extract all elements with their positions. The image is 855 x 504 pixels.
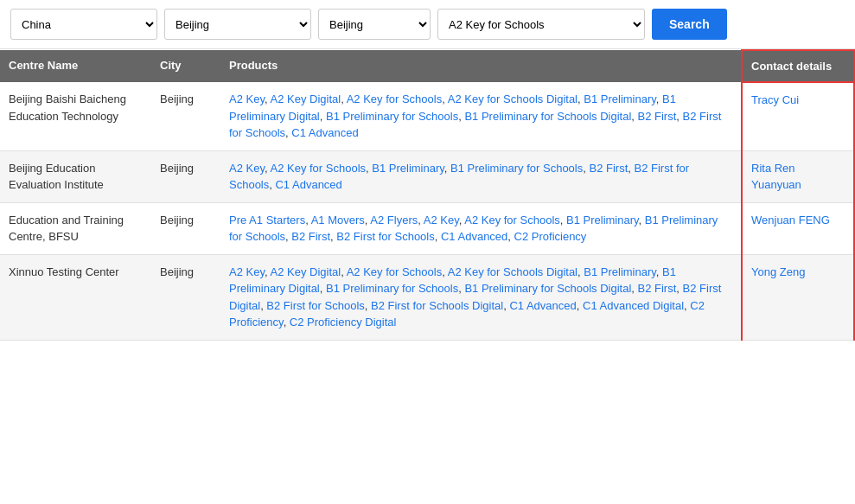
product-link[interactable]: A2 Key for Schools (347, 93, 443, 105)
country-select[interactable]: China (10, 9, 157, 40)
table-row: Beijing Baishi Baicheng Education Techno… (0, 82, 854, 150)
product-link[interactable]: C2 Proficiency (514, 230, 587, 243)
product-link[interactable]: B2 First for Schools (266, 299, 364, 312)
product-link[interactable]: C1 Advanced (275, 178, 341, 191)
cell-products: Pre A1 Starters, A1 Movers, A2 Flyers, A… (220, 202, 742, 254)
city-select[interactable]: Beijing (318, 9, 431, 40)
table-row: Xinnuo Testing CenterBeijingA2 Key, A2 K… (0, 254, 854, 340)
region-select[interactable]: Beijing (164, 9, 311, 40)
product-link[interactable]: A2 Key (229, 162, 265, 175)
product-link[interactable]: A2 Key for Schools (464, 214, 560, 226)
product-link[interactable]: B2 First (638, 282, 677, 295)
product-link[interactable]: B2 First for Schools (336, 230, 434, 243)
cell-centre-name: Beijing Baishi Baicheng Education Techno… (0, 82, 151, 150)
cell-city: Beijing (151, 254, 220, 340)
table-row: Education and Training Centre, BFSUBeiji… (0, 202, 854, 254)
product-link[interactable]: A2 Key for Schools (347, 265, 443, 278)
contact-link[interactable]: Yong Zeng (751, 264, 845, 281)
product-link[interactable]: A2 Key (229, 93, 265, 105)
product-link[interactable]: B1 Preliminary (566, 214, 639, 226)
toolbar: China Beijing Beijing A2 Key for Schools… (0, 0, 855, 49)
cell-city: Beijing (151, 82, 220, 150)
product-link[interactable]: B1 Preliminary for Schools Digital (464, 110, 631, 123)
col-header-city: City (151, 50, 220, 82)
product-link[interactable]: B2 First for Schools Digital (371, 299, 503, 312)
cell-contact: Rita Ren Yuanyuan (742, 150, 854, 202)
contact-link[interactable]: Tracy Cui (751, 92, 845, 109)
col-header-contact: Contact details (742, 50, 854, 82)
product-select[interactable]: A2 Key for Schools (437, 9, 645, 40)
contact-link[interactable]: Rita Ren Yuanyuan (751, 160, 845, 194)
product-link[interactable]: B2 First (589, 162, 628, 175)
cell-contact: Wenjuan FENG (742, 202, 854, 254)
product-link[interactable]: A2 Key (229, 265, 265, 278)
cell-contact: Tracy Cui (742, 82, 854, 150)
cell-contact: Yong Zeng (742, 254, 854, 340)
product-link[interactable]: A2 Key for Schools Digital (448, 93, 577, 105)
contact-link[interactable]: Wenjuan FENG (751, 212, 845, 229)
product-link[interactable]: Pre A1 Starters (229, 214, 305, 226)
results-table-wrapper: Centre Name City Products Contact detail… (0, 49, 855, 341)
product-link[interactable]: C1 Advanced (441, 230, 507, 243)
product-link[interactable]: B1 Preliminary (372, 162, 444, 175)
product-link[interactable]: A2 Key for Schools Digital (448, 265, 577, 278)
product-link[interactable]: C1 Advanced Digital (583, 299, 684, 312)
cell-centre-name: Education and Training Centre, BFSU (0, 202, 151, 254)
product-link[interactable]: B1 Preliminary for Schools (450, 162, 583, 175)
cell-city: Beijing (151, 202, 220, 254)
col-header-products: Products (220, 50, 742, 82)
table-row: Beijing Education Evaluation InstituteBe… (0, 150, 854, 202)
product-link[interactable]: A2 Flyers (370, 214, 418, 226)
product-link[interactable]: C1 Advanced (509, 299, 576, 312)
cell-products: A2 Key, A2 Key for Schools, B1 Prelimina… (220, 150, 742, 202)
product-link[interactable]: B2 First (291, 230, 330, 243)
product-link[interactable]: B2 First (638, 110, 677, 123)
product-link[interactable]: A2 Key Digital (270, 265, 341, 278)
product-link[interactable]: C1 Advanced (291, 126, 358, 139)
product-link[interactable]: B1 Preliminary (584, 93, 656, 105)
results-table: Centre Name City Products Contact detail… (0, 49, 855, 341)
product-link[interactable]: B1 Preliminary for Schools Digital (464, 282, 631, 295)
product-link[interactable]: A2 Key Digital (270, 93, 341, 105)
cell-city: Beijing (151, 150, 220, 202)
product-link[interactable]: B1 Preliminary for Schools (326, 110, 458, 123)
product-link[interactable]: A2 Key (424, 214, 459, 226)
col-header-centre: Centre Name (0, 50, 151, 82)
product-link[interactable]: C2 Proficiency Digital (290, 316, 397, 329)
product-link[interactable]: A2 Key for Schools (270, 162, 366, 175)
product-link[interactable]: B1 Preliminary for Schools (326, 282, 458, 295)
cell-centre-name: Beijing Education Evaluation Institute (0, 150, 151, 202)
cell-products: A2 Key, A2 Key Digital, A2 Key for Schoo… (220, 82, 742, 150)
cell-products: A2 Key, A2 Key Digital, A2 Key for Schoo… (220, 254, 742, 340)
product-link[interactable]: B1 Preliminary (584, 265, 656, 278)
cell-centre-name: Xinnuo Testing Center (0, 254, 151, 340)
product-link[interactable]: A1 Movers (311, 214, 365, 226)
search-button[interactable]: Search (652, 9, 727, 40)
